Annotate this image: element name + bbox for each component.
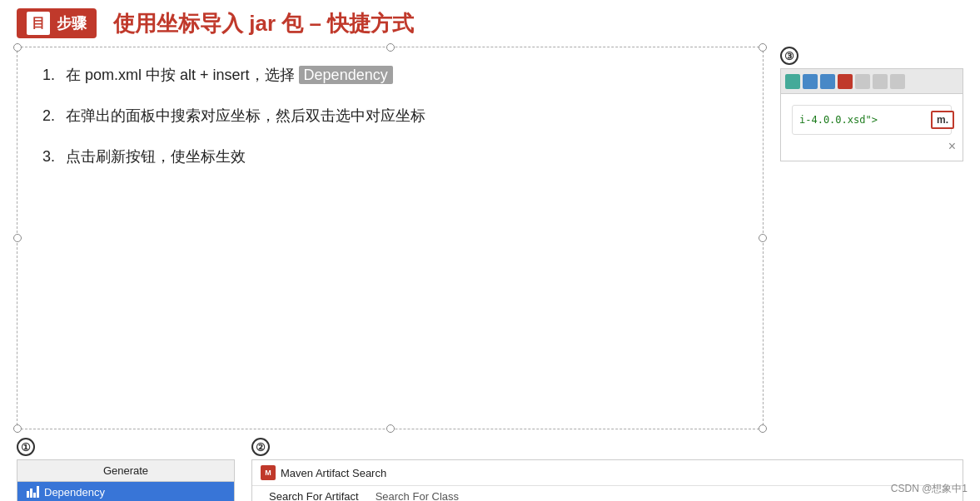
step-1-num: 1. (42, 67, 55, 83)
main-title: 使用坐标导入 jar 包 – 快捷方式 (113, 9, 414, 38)
toolbar-btn-gray3 (890, 74, 905, 89)
toolbar-btn-gray2 (873, 74, 888, 89)
step-2: 2. 在弹出的面板中搜索对应坐标，然后双击选中对应坐标 (42, 105, 738, 127)
maven-section: ② M Maven Artifact Search Search For Art… (251, 438, 963, 501)
steps-icon: 目 (27, 12, 50, 35)
screenshot-actions: m. × (788, 139, 956, 154)
maven-header: M Maven Artifact Search (252, 460, 963, 486)
maven-tab-class[interactable]: Search For Class (367, 486, 467, 501)
toolbar-btn-red (838, 74, 853, 89)
corner-dot-mr (759, 234, 767, 242)
corner-dot-br (759, 424, 767, 433)
maven-tab-artifact[interactable]: Search For Artifact (261, 486, 367, 501)
toolbar-btn-gray1 (855, 74, 870, 89)
maven-tabs: Search For Artifact Search For Class (252, 486, 963, 501)
corner-dot-bl (13, 424, 22, 433)
corner-dot-tm (386, 43, 395, 52)
toolbar-btn-green (785, 74, 800, 89)
screenshot-code: i-4.0.0.xsd"> (792, 105, 952, 135)
screenshot-section: ③ i-4.0.0.xsd"> m. × (780, 47, 963, 429)
corner-dot-bm (386, 424, 395, 433)
corner-dot-tr (759, 43, 767, 52)
corner-dot-tl (13, 43, 22, 52)
anno-circle-3: ③ (780, 47, 798, 65)
maven-panel: M Maven Artifact Search Search For Artif… (251, 459, 963, 501)
generate-title: Generate (17, 460, 234, 482)
content-area: 1. 在 pom.xml 中按 alt + insert，选择 Dependen… (0, 47, 980, 429)
footer-text: CSDN @想象中1 (891, 483, 968, 494)
step-2-text: 在弹出的面板中搜索对应坐标，然后双击选中对应坐标 (66, 107, 425, 124)
step-3-text: 点击刷新按钮，使坐标生效 (66, 148, 246, 165)
anno-circle-1: ① (17, 438, 35, 456)
badge-label: 步骤 (57, 13, 87, 33)
step-1-text-before: 在 pom.xml 中按 alt + insert，选择 (66, 67, 299, 83)
footer: CSDN @想象中1 (891, 482, 968, 496)
step-3-num: 3. (42, 148, 55, 165)
maven-logo: M (261, 465, 276, 480)
bottom-area: ① Generate Dependency (0, 438, 980, 501)
screenshot-toolbar (781, 69, 963, 94)
screenshot-panel: i-4.0.0.xsd"> m. × (780, 68, 963, 161)
gen-item-dependency-label: Dependency (44, 486, 105, 499)
bar-chart-icon (26, 485, 39, 499)
maven-icon-badge: m. (931, 111, 954, 129)
toolbar-btn-blue (803, 74, 818, 89)
header: 目 步骤 使用坐标导入 jar 包 – 快捷方式 (0, 0, 980, 47)
generate-panel: Generate Dependency (17, 459, 235, 501)
steps-panel: 1. 在 pom.xml 中按 alt + insert，选择 Dependen… (17, 47, 764, 429)
maven-title: Maven Artifact Search (281, 467, 386, 479)
screenshot-content: i-4.0.0.xsd"> m. × (781, 94, 963, 161)
steps-list: 1. 在 pom.xml 中按 alt + insert，选择 Dependen… (42, 64, 738, 168)
step-2-num: 2. (42, 107, 55, 124)
close-icon[interactable]: × (948, 139, 956, 154)
gen-item-dependency[interactable]: Dependency (17, 482, 234, 501)
steps-badge: 目 步骤 (17, 8, 97, 38)
step-3: 3. 点击刷新按钮，使坐标生效 (42, 146, 738, 168)
step-1-highlight: Dependency (299, 66, 393, 84)
step-1: 1. 在 pom.xml 中按 alt + insert，选择 Dependen… (42, 64, 738, 87)
corner-dot-ml (13, 234, 22, 242)
code-text: i-4.0.0.xsd"> (799, 114, 878, 126)
anno-circle-2: ② (251, 438, 270, 456)
toolbar-btn-blue2 (820, 74, 835, 89)
generate-section: ① Generate Dependency (17, 438, 235, 501)
